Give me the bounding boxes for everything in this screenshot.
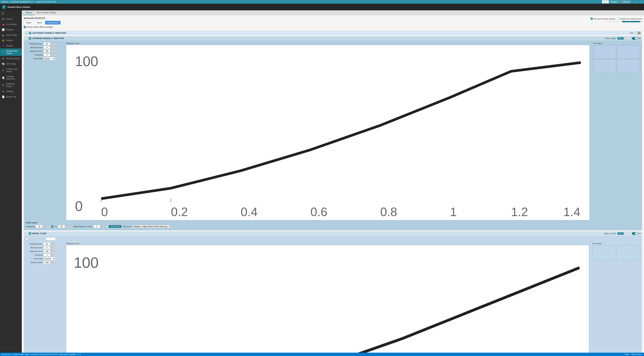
ws-threshold-input[interactable]	[44, 254, 50, 256]
corners-maxforce-plus[interactable]: +	[51, 50, 53, 52]
corners-whitenoise-minus[interactable]: −	[105, 225, 108, 228]
corners-curvestyle-row: Curve style Square Gamma Linear	[26, 57, 63, 60]
left-right-wheels-header[interactable]: ▶ LEFT/RIGHT WHEELS VIBRATION OFF	[24, 31, 642, 35]
wheel-slide-toggle[interactable]	[632, 232, 637, 235]
statusbar-discord[interactable]: ? Discord Serv...	[630, 354, 643, 355]
ws-feedback-minus[interactable]: −	[53, 243, 56, 245]
ws-feedback-plus[interactable]: +	[51, 243, 53, 245]
corners-whitenoise-input[interactable]	[94, 225, 100, 228]
sidebar-item-shakeit-bass-shaker[interactable]: 〰 ShakeIt Bass Shaker	[0, 48, 22, 56]
sidebar-label-shakeit: ShakeIt	[6, 45, 13, 47]
sidebar-item-additional-plugins[interactable]: ⚙ Additional plugins	[0, 81, 22, 89]
enable-live-label[interactable]: Enable live output preview	[618, 18, 642, 20]
corners-threshold-input[interactable]	[44, 53, 50, 56]
corners-whitenoise-plus[interactable]: +	[102, 225, 104, 228]
ws-minforce-minus[interactable]: −	[53, 246, 56, 249]
corners-response-curve-chart: 100 0 0 0.2 0.4 0.6 0.8 1 1.2 1.4	[66, 45, 590, 220]
sidebar-item-system-log[interactable]: 📄 System log	[0, 94, 22, 100]
ws-maxforce-input[interactable]	[44, 250, 50, 253]
ws-maxforce-row: Maximum force + −	[26, 250, 63, 253]
corners-modulation-select[interactable]: Adaptive : higher effects will be held l…	[133, 225, 172, 228]
wheel-slide-sync-select[interactable]	[46, 238, 58, 240]
tab-effects[interactable]: Effects	[23, 10, 34, 15]
enable-live-checkbox[interactable]	[618, 18, 620, 20]
wheel-slide-sync-checkbox[interactable]	[26, 238, 28, 240]
sidebar-menu-toggle[interactable]: ☰	[0, 10, 22, 16]
ws-gammafactor-input[interactable]	[44, 261, 50, 264]
svg-text:1: 1	[450, 205, 457, 218]
tab-bass-shaker-settings[interactable]: Bass Shaker Settings	[34, 10, 58, 15]
use-game-specific-label[interactable]: Use game specific settings	[590, 18, 615, 20]
ws-minforce-plus[interactable]: +	[51, 246, 53, 249]
replay-button[interactable]: Replay	[610, 0, 618, 3]
group-similar-checkbox[interactable]	[24, 26, 26, 28]
sidebar-item-games[interactable]: 🎮 Games	[0, 16, 22, 22]
corners-to-label: To	[55, 226, 57, 228]
corners-minforce-input[interactable]	[44, 46, 50, 49]
ws-gammafactor-plus[interactable]: +	[51, 261, 53, 264]
corners-minforce-minus[interactable]: −	[53, 46, 56, 49]
corners-freq-to-minus[interactable]: −	[70, 225, 72, 228]
sidebar-item-arduino[interactable]: ⚡ Arduino	[0, 38, 22, 43]
svg-text:0.6: 0.6	[310, 205, 327, 218]
corners-threshold-plus[interactable]: +	[51, 54, 53, 56]
sidebar-item-nextion[interactable]: 🖥 Nextion display	[0, 56, 22, 61]
sidebar-item-car-settings[interactable]: 🚗 Car settings	[0, 22, 22, 27]
ws-minforce-input[interactable]	[44, 246, 50, 249]
live-button[interactable]: Live	[602, 0, 609, 3]
titlebar-title-area: SIMHUB - CODEMASTER$DIRTRALLY - GAME DIS…	[1, 1, 56, 3]
corners-threshold-minus[interactable]: −	[53, 54, 56, 56]
corners-feedback-input[interactable]	[44, 42, 50, 45]
corners-freq-from-plus[interactable]: +	[44, 225, 46, 228]
sidebar-item-available-properties[interactable]: 📋 Available properties	[0, 74, 22, 81]
minimize-button[interactable]: −	[632, 1, 635, 3]
ws-gammafactor-minus[interactable]: −	[53, 261, 56, 264]
corners-toggle[interactable]	[632, 37, 637, 40]
corners-freq-checkbox[interactable]	[51, 226, 54, 228]
corners-minforce-plus[interactable]: +	[51, 46, 53, 49]
corners-test-button[interactable]: TEST NOW	[109, 225, 121, 228]
collapse-left-right-btn[interactable]: ▶	[25, 32, 28, 34]
ws-threshold-plus[interactable]: +	[51, 254, 53, 256]
sidebar-item-dash-studio[interactable]: 📺 Dash Studio	[0, 32, 22, 38]
record-button[interactable]: ⏺ Record	[619, 0, 631, 3]
corners-maxforce-minus[interactable]: −	[53, 50, 56, 52]
ws-maxforce-plus[interactable]: +	[51, 250, 53, 252]
sidebar-item-controls-events[interactable]: 🎚 Controls and events	[0, 66, 22, 74]
corners-feedback-plus[interactable]: +	[51, 42, 53, 45]
corners-freq-to-plus[interactable]: +	[66, 225, 68, 228]
import-button[interactable]: Import	[34, 21, 44, 24]
export-button[interactable]: Export	[24, 21, 34, 24]
wheel-slide-grid-icon	[29, 232, 31, 235]
sidebar-label-udp-relay: UDP Relay	[6, 63, 16, 65]
left-right-toggle[interactable]	[635, 32, 641, 34]
close-button[interactable]: ×	[640, 1, 643, 3]
collapse-wheel-slide-btn[interactable]: ▼	[25, 232, 28, 235]
ws-minforce-label: Minimum force	[26, 246, 42, 249]
wheel-slide-section: ▼ WHEEL SLIDE 65Hz (+/- 5Hz) 65% ON	[24, 231, 642, 356]
corners-maxforce-input[interactable]	[44, 50, 50, 53]
sidebar-item-statistics[interactable]: 📊 Statistics	[0, 27, 22, 32]
ws-curvestyle-select[interactable]: Gamma Square Linear	[44, 257, 55, 260]
corners-freq-from-minus[interactable]: −	[48, 225, 50, 228]
sidebar-item-settings[interactable]: ⚙ Settings	[0, 89, 22, 94]
left-right-header-right: OFF	[630, 32, 641, 34]
ws-feedback-input[interactable]	[44, 242, 50, 246]
ws-threshold-minus[interactable]: −	[53, 254, 56, 256]
statusbar-wiki[interactable]: ? Wiki	[624, 354, 629, 355]
collapse-corners-btn[interactable]: ▼	[25, 37, 28, 40]
ws-maxforce-minus[interactable]: −	[53, 250, 56, 252]
sidebar-item-udp-relay[interactable]: 📡 UDP Relay	[0, 61, 22, 66]
wheel-slide-header[interactable]: ▼ WHEEL SLIDE 65Hz (+/- 5Hz) 65% ON	[24, 231, 642, 236]
general-power-bar[interactable]	[622, 21, 642, 22]
sidebar-item-shakeit[interactable]: 〰 ShakeIt	[0, 43, 22, 48]
corners-feedback-minus[interactable]: −	[53, 42, 56, 45]
additional-plugins-icon: ⚙	[2, 84, 5, 86]
maximize-button[interactable]: □	[636, 1, 639, 3]
corners-freq-from-input[interactable]	[36, 225, 42, 228]
use-game-specific-checkbox[interactable]	[590, 18, 593, 20]
load-defaults-button[interactable]: Load defaults	[45, 21, 60, 24]
corners-curvestyle-select[interactable]: Square Gamma Linear	[44, 57, 55, 60]
corners-freq-to-input[interactable]	[58, 225, 65, 228]
corners-wheels-header[interactable]: ▼ CORNERS WHEELS VIBRATION 42Hz to 36Hz …	[24, 36, 642, 40]
